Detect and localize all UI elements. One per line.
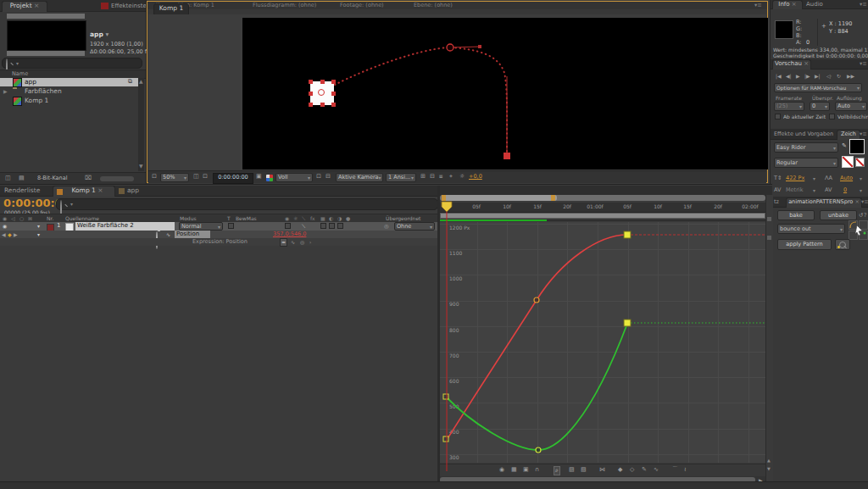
separate-dimensions-icon[interactable]: ⋈	[599, 466, 605, 474]
interpret-footage-icon[interactable]: ◫	[5, 175, 11, 182]
font-style-select[interactable]: Regular▾	[774, 158, 838, 168]
selection-handle[interactable]	[309, 80, 313, 84]
tab-app-timeline[interactable]: app	[119, 186, 156, 196]
chevron-down-icon[interactable]: ▾	[860, 175, 862, 182]
loop-button[interactable]: ↻	[837, 73, 841, 80]
resolution-preview-select[interactable]: Auto▾	[835, 102, 867, 111]
expression-language-icon[interactable]: ›	[309, 239, 311, 246]
scroll-up-icon[interactable]: ▲	[139, 78, 143, 85]
tab-footage[interactable]: Footage: (ohne)	[340, 2, 384, 9]
ram-preview-button[interactable]: ▶▶	[847, 73, 854, 80]
show-properties-icon[interactable]: ◉	[499, 466, 504, 474]
pattern-preview-grid[interactable]	[849, 220, 868, 241]
region-icon[interactable]: ⊡	[152, 173, 157, 181]
work-area-start-marker[interactable]	[442, 195, 446, 201]
snap-icon[interactable]: ∩	[535, 466, 539, 474]
work-area-end-marker[interactable]	[551, 195, 555, 201]
chevron-down-icon[interactable]: ▾	[860, 187, 862, 194]
switch-box[interactable]	[337, 223, 343, 229]
graph-time-ruler[interactable]: 05f 10f 15f 20f 01:00f 05f 10f 15f 20f 0…	[440, 203, 765, 213]
scroll-down-icon[interactable]: ▼	[139, 163, 143, 169]
parent-pickwhip-icon[interactable]: ◎	[384, 223, 389, 231]
tab-partial[interactable]: tz	[774, 198, 779, 206]
grid-icon[interactable]: ⊞	[420, 173, 426, 181]
snapshot-icon[interactable]: ▣	[256, 173, 262, 181]
twirl-open-icon[interactable]: ▾	[37, 231, 40, 238]
expression-graph-icon[interactable]: ∿	[291, 239, 295, 246]
exposure-value[interactable]: +0,0	[469, 173, 482, 181]
switch-box[interactable]	[320, 223, 326, 229]
unbake-button[interactable]: unbake	[820, 210, 857, 220]
fullscreen-checkbox[interactable]	[829, 114, 835, 119]
layer-row[interactable]: ◉ ▾ 1 Weiße Farbfläche 2 Normal▾ ⟍ ◎ Ohn…	[0, 222, 438, 231]
anchor-point[interactable]	[318, 89, 325, 96]
framerate-select[interactable]: (25)▾	[774, 102, 804, 111]
transparency-grid-icon[interactable]: ⊟	[326, 173, 331, 181]
selection-handle[interactable]	[320, 80, 325, 84]
project-item-app[interactable]: app ⧉	[0, 78, 138, 86]
quality-icon[interactable]: ⟍	[302, 223, 305, 230]
font-size-value[interactable]: 422 Px	[786, 175, 804, 182]
selection-handle[interactable]	[331, 92, 336, 96]
scroll-up-icon[interactable]: ▲	[767, 458, 771, 463]
graph-plot-area[interactable]: 1200 Px 1100 1000 900 800 700 600 500 40…	[440, 222, 765, 463]
tab-effekteinstellungen[interactable]: Effekteinstellungen: Weiße Farbfl	[111, 3, 146, 10]
font-family-select[interactable]: Easy Rider▾	[774, 142, 838, 153]
scroll-down-icon[interactable]: ▼	[767, 466, 771, 471]
linear-keyframe-icon[interactable]: ✎	[642, 466, 647, 474]
exposure-icon[interactable]: ☼	[459, 173, 465, 181]
tab-projekt[interactable]: Projekt ×	[2, 1, 47, 12]
resolution-select[interactable]: Voll▾	[275, 173, 313, 182]
selection-handle[interactable]	[309, 103, 313, 107]
tracking-value[interactable]: 0	[843, 186, 847, 194]
ram-options-select[interactable]: Optionen für RAM-Vorschau▾	[774, 83, 862, 92]
graph-type-icon[interactable]: ▦	[511, 466, 517, 474]
tab-vorschau[interactable]: Vorschau ×	[772, 59, 811, 69]
channels-icon[interactable]	[266, 175, 273, 181]
fit-all-icon[interactable]: ▧	[581, 466, 587, 474]
stroke-color-swatch[interactable]	[842, 156, 854, 168]
trash-icon[interactable]: ⌧	[85, 175, 92, 182]
tab-audio[interactable]: Audio	[806, 1, 823, 8]
hold-keyframe-icon[interactable]: ◇	[630, 466, 634, 474]
project-search-input[interactable]: ▾	[2, 58, 142, 69]
panel-menu-icon[interactable]: ▾≡	[860, 60, 867, 68]
search-pattern-button[interactable]	[835, 239, 850, 250]
camera-select[interactable]: Aktive Kamera▾	[336, 173, 383, 182]
roi-icon[interactable]: ⊡	[316, 173, 321, 181]
layer-name-field[interactable]: Weiße Farbfläche 2	[75, 222, 175, 231]
footer-scrollbar[interactable]	[100, 176, 134, 181]
tab-flussdiagramm[interactable]: Flussdiagramm: (ohne)	[253, 2, 316, 9]
panel-menu-icon[interactable]: ▾≡	[860, 131, 867, 138]
tab-renderliste[interactable]: Renderliste	[4, 186, 40, 195]
auto-zoom-icon[interactable]: ⌕	[554, 466, 560, 475]
color-depth-label[interactable]: 8-Bit-Kanal	[37, 175, 67, 182]
panel-menu-icon[interactable]: ▾≡	[861, 198, 868, 206]
refresh-icon[interactable]: ↺	[859, 212, 863, 219]
twirl-closed-icon[interactable]: ▶	[3, 88, 8, 95]
auto-bezier-icon[interactable]: ∿	[654, 466, 659, 474]
kf-prev-icon[interactable]: ◀	[2, 231, 6, 238]
guides-icon[interactable]: ⊟	[430, 173, 435, 181]
blend-mode-select[interactable]: Normal▾	[179, 222, 223, 231]
property-value[interactable]: 357,0;546,0	[273, 231, 306, 238]
panel-menu-icon[interactable]: ▾≡	[860, 1, 867, 8]
work-area-bar[interactable]	[440, 213, 765, 219]
skip-select[interactable]: 0▾	[810, 102, 830, 111]
eye-icon[interactable]: ◉	[3, 223, 7, 230]
bake-button[interactable]: bake	[777, 210, 815, 220]
project-scrollbar[interactable]: ▲ ▼	[138, 78, 144, 171]
chevron-down-icon[interactable]: ▾	[813, 187, 815, 194]
kf-next-icon[interactable]: ▶	[14, 231, 18, 238]
col-uebergeordnet[interactable]: Übergeordnet	[386, 215, 420, 222]
selection-handle[interactable]	[320, 103, 325, 107]
timeline-search-input[interactable]: ▾	[56, 198, 438, 210]
twirl-open-icon[interactable]: ▾	[37, 223, 40, 230]
fill-color-swatch[interactable]	[849, 139, 865, 154]
tab-animationpatternspro[interactable]: animationPATTERNSpro ×	[786, 197, 862, 208]
next-frame-button[interactable]: |▶	[804, 73, 810, 80]
selection-handle[interactable]	[331, 103, 336, 107]
panel-menu-icon[interactable]: ▾≡	[754, 2, 762, 9]
search-caret[interactable]: ▾	[70, 201, 73, 208]
tab-ebene[interactable]: Ebene: (ohne)	[414, 2, 453, 9]
